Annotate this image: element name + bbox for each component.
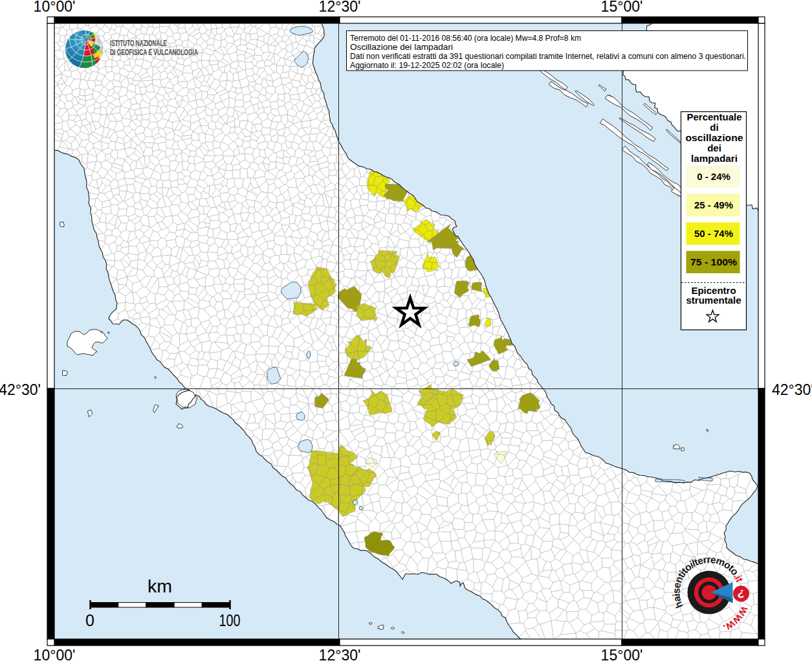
svg-text:0 - 24%: 0 - 24% xyxy=(697,171,730,182)
svg-text:42°30': 42°30' xyxy=(0,381,41,398)
svg-text:Dati non verificati estratti d: Dati non verificati estratti da 391 ques… xyxy=(350,51,746,61)
svg-text:10°00': 10°00' xyxy=(34,647,76,663)
svg-text:100: 100 xyxy=(219,611,241,629)
svg-text:ISTITUTO NAZIONALE: ISTITUTO NAZIONALE xyxy=(110,39,167,48)
svg-text:15°00': 15°00' xyxy=(601,647,643,663)
svg-text:10°00': 10°00' xyxy=(34,0,76,15)
svg-text:Percentuale: Percentuale xyxy=(686,111,741,122)
svg-text:dei: dei xyxy=(707,142,721,153)
svg-text:50 - 74%: 50 - 74% xyxy=(694,228,733,239)
svg-text:0: 0 xyxy=(85,611,94,629)
svg-text:15°00': 15°00' xyxy=(601,0,643,15)
svg-text:oscillazione: oscillazione xyxy=(686,132,743,143)
svg-text:di: di xyxy=(710,122,718,133)
svg-text:12°30': 12°30' xyxy=(319,0,361,15)
svg-text:lampadari: lampadari xyxy=(691,153,738,164)
svg-text:75 - 100%: 75 - 100% xyxy=(690,256,737,267)
svg-text:DI GEOFISICA E VULCANOLOGIA: DI GEOFISICA E VULCANOLOGIA xyxy=(110,48,198,57)
svg-text:Aggiornato il: 19-12-2025 02:0: Aggiornato il: 19-12-2025 02:02 (ora loc… xyxy=(350,60,504,70)
svg-text:km: km xyxy=(148,576,172,596)
svg-text:Terremoto del 01-11-2016 08:56: Terremoto del 01-11-2016 08:56:40 (ora l… xyxy=(350,33,581,43)
svg-text:25 - 49%: 25 - 49% xyxy=(694,199,733,210)
svg-text:Oscillazione dei lampadari: Oscillazione dei lampadari xyxy=(350,42,453,52)
svg-text:42°30': 42°30' xyxy=(772,381,812,398)
svg-text:strumentale: strumentale xyxy=(686,295,741,306)
svg-text:12°30': 12°30' xyxy=(319,647,361,663)
